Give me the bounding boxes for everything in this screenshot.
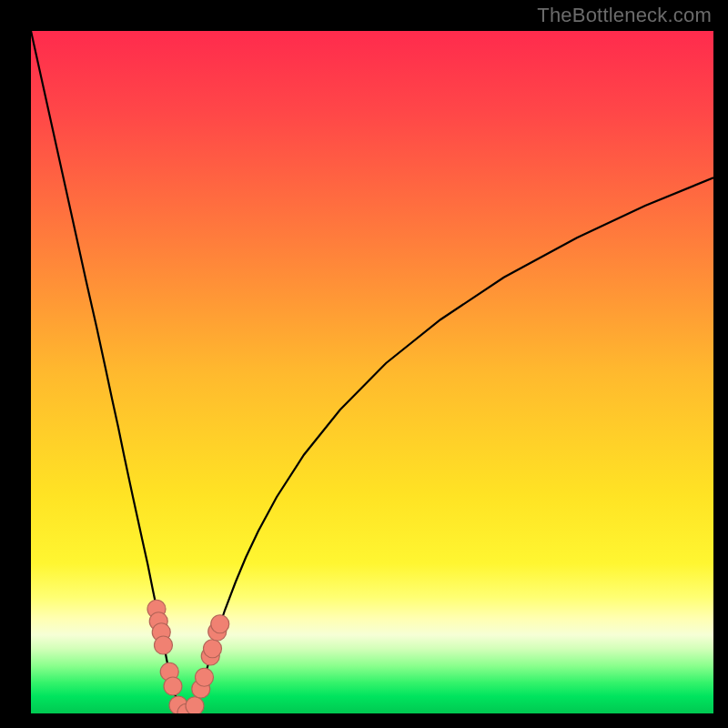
data-point — [211, 615, 229, 633]
chart-frame: TheBottleneck.com — [0, 0, 728, 728]
data-point — [155, 636, 173, 654]
data-point — [186, 697, 204, 713]
data-point — [196, 668, 214, 686]
data-point — [204, 640, 222, 658]
watermark-text: TheBottleneck.com — [537, 4, 712, 27]
plot-area — [31, 31, 713, 713]
points-layer — [31, 31, 713, 713]
data-points-group — [147, 600, 229, 713]
data-point — [164, 677, 182, 695]
